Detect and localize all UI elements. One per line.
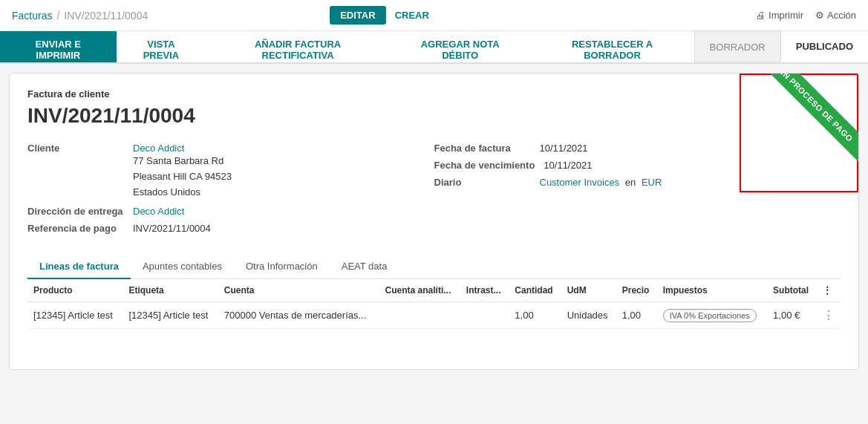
info-left: Cliente Deco Addict 77 Santa Barbara Rd … [27, 143, 434, 240]
col-etiqueta: Etiqueta [123, 279, 218, 302]
top-bar: Facturas / INV/2021/11/0004 EDITAR CREAR… [0, 0, 868, 31]
print-button[interactable]: 🖨 Imprimir [756, 10, 803, 21]
delivery-link[interactable]: Deco Addict [133, 206, 184, 217]
journal-name-link[interactable]: Customer Invoices [540, 177, 620, 188]
main-content: EN PROCESO DE PAGO Factura de cliente IN… [9, 73, 859, 370]
action-button[interactable]: ⚙ Acción [815, 10, 856, 21]
tab-apuntes[interactable]: Apuntes contables [131, 255, 234, 279]
cell-cuenta: 700000 Ventas de mercaderías... [218, 302, 379, 329]
due-date-row: Fecha de vencimiento 10/11/2021 [434, 160, 841, 171]
delivery-value: Deco Addict [133, 206, 184, 217]
tax-badge: IVA 0% Exportaciones [663, 309, 757, 322]
invoice-date-label: Fecha de factura [434, 143, 531, 154]
journal-row: Diario Customer Invoices en EUR [434, 177, 841, 188]
info-right: Fecha de factura 10/11/2021 Fecha de ven… [434, 143, 841, 240]
due-date-value: 10/11/2021 [544, 160, 592, 171]
journal-value: Customer Invoices en EUR [540, 177, 662, 188]
cliente-row: Cliente Deco Addict 77 Santa Barbara Rd … [27, 143, 434, 200]
journal-connector: en [625, 177, 636, 188]
create-button[interactable]: CREAR [395, 10, 429, 21]
document-type: Factura de cliente [27, 88, 841, 100]
draft-status-button[interactable]: BORRADOR [694, 31, 780, 62]
invoice-date-value: 10/11/2021 [540, 143, 588, 154]
col-producto: Producto [27, 279, 123, 302]
add-rectificativa-button[interactable]: AÑADIR FACTURA RECTIFICATIVA [206, 31, 390, 62]
cliente-value: Deco Addict 77 Santa Barbara Rd Pleasant… [133, 143, 232, 200]
invoice-date-row: Fecha de factura 10/11/2021 [434, 143, 841, 154]
breadcrumb: Facturas / INV/2021/11/0004 [12, 10, 321, 22]
cell-etiqueta: [12345] Article test [123, 302, 218, 329]
col-cuenta: Cuenta [218, 279, 379, 302]
cell-udm: Unidades [561, 302, 616, 329]
col-intrastat: Intrast... [460, 279, 509, 302]
col-impuestos: Impuestos [657, 279, 767, 302]
cell-cuenta-analitica [379, 302, 460, 329]
col-udm: UdM [561, 279, 616, 302]
top-actions: 🖨 Imprimir ⚙ Acción [756, 10, 856, 21]
action-bar: ENVIAR E IMPRIMIR VISTA PREVIA AÑADIR FA… [0, 31, 868, 64]
add-nota-button[interactable]: AGREGAR NOTA DÉBITO [390, 31, 530, 62]
invoice-lines-table: Producto Etiqueta Cuenta Cuenta analíti.… [27, 279, 841, 329]
status-bar: BORRADOR PUBLICADO [694, 31, 868, 62]
cell-impuestos: IVA 0% Exportaciones [657, 302, 767, 329]
cell-subtotal: 1,00 € [767, 302, 817, 329]
cell-row-menu[interactable]: ⋮ [817, 302, 841, 329]
due-date-label: Fecha de vencimiento [434, 160, 535, 171]
payment-ref-label: Referencia de pago [27, 223, 124, 234]
table-row: [12345] Article test [12345] Article tes… [27, 302, 841, 329]
tab-lineas[interactable]: Líneas de factura [27, 255, 131, 279]
payment-ref-value: INV/2021/11/0004 [133, 223, 211, 234]
delivery-row: Dirección de entrega Deco Addict [27, 206, 434, 217]
col-subtotal: Subtotal [767, 279, 817, 302]
col-cantidad: Cantidad [509, 279, 561, 302]
cell-producto: [12345] Article test [27, 302, 123, 329]
col-menu-header: ⋮ [817, 279, 841, 302]
delivery-label: Dirección de entrega [27, 206, 124, 217]
payment-ref-row: Referencia de pago INV/2021/11/0004 [27, 223, 434, 234]
breadcrumb-current: INV/2021/11/0004 [64, 10, 148, 22]
cell-cantidad: 1,00 [509, 302, 561, 329]
send-print-button[interactable]: ENVIAR E IMPRIMIR [0, 31, 117, 62]
cell-precio: 1,00 [616, 302, 657, 329]
info-grid: Cliente Deco Addict 77 Santa Barbara Rd … [27, 143, 841, 240]
breadcrumb-parent[interactable]: Facturas [12, 10, 52, 22]
tab-aeat[interactable]: AEAT data [330, 255, 399, 279]
breadcrumb-separator: / [56, 10, 59, 22]
edit-button[interactable]: EDITAR [330, 6, 385, 25]
gear-icon: ⚙ [815, 10, 824, 21]
col-precio: Precio [616, 279, 657, 302]
journal-label: Diario [434, 177, 531, 188]
cliente-address: 77 Santa Barbara Rd Pleasant Hill CA 945… [133, 154, 232, 200]
published-status-button[interactable]: PUBLICADO [780, 31, 868, 62]
preview-button[interactable]: VISTA PREVIA [117, 31, 206, 62]
tabs: Líneas de factura Apuntes contables Otra… [27, 255, 841, 279]
journal-currency-link[interactable]: EUR [642, 177, 662, 188]
tab-otra[interactable]: Otra Información [234, 255, 330, 279]
row-menu-icon[interactable]: ⋮ [823, 309, 835, 322]
col-cuenta-analitica: Cuenta analíti... [379, 279, 460, 302]
restore-button[interactable]: RESTABLECER A BORRADOR [530, 31, 694, 62]
cliente-label: Cliente [27, 143, 124, 154]
cliente-name-link[interactable]: Deco Addict [133, 143, 184, 154]
cell-intrastat [460, 302, 509, 329]
document-number: INV/2021/11/0004 [27, 104, 841, 128]
print-icon: 🖨 [756, 10, 766, 21]
